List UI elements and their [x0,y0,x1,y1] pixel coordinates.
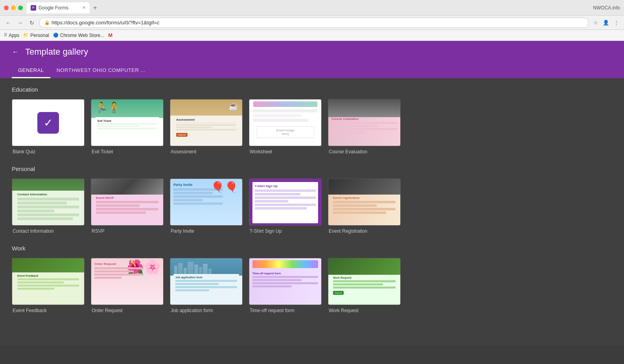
exit-ticket-header: 🏃🧍 [95,101,159,114]
event-reg-label: Event Registration [328,228,401,234]
education-section: Education ✓ Blank Quiz 🏃🧍 Exit Ticket [12,86,612,154]
bookmarks-bar: ⠿ Apps 📁 Personal 🔵 Chrome Web Store... … [0,30,624,41]
city-skyline-icon [170,259,242,276]
rsvp-thumbnail: Event RSVP [91,178,164,226]
assessment-thumbnail: ☕ Assessment Submit [170,99,243,146]
order-request-label: Order Request [91,308,164,313]
template-order-request[interactable]: 🌺🌸 Order Request Order Request [91,258,164,313]
address-bar: ← → ↻ 🔒 https://docs.google.com/forms/u/… [0,16,624,30]
worksheet-header [253,101,317,123]
tab-bar: F Google Forms ✕ + [27,2,593,13]
template-exit-ticket[interactable]: 🏃🧍 Exit Ticket Exit Ticket [91,99,164,154]
job-app-body: Job application form [173,274,239,303]
tabs-navigation: GENERAL NORTHWEST OHIO COMPUTER ... [12,63,612,78]
lock-icon: 🔒 [44,20,50,25]
exit-ticket-label: Exit Ticket [91,149,164,154]
event-feedback-label: Event Feedback [12,308,85,313]
event-reg-thumbnail: Event registration [328,178,401,226]
template-time-off-request[interactable]: Time-off request form Time-off request f… [249,258,322,313]
exit-ticket-content: Exit Ticket [95,117,159,132]
work-templates-grid: Event Feedback Event Feedback 🌺🌸 Order R… [12,258,612,313]
tab-close-button[interactable]: ✕ [82,5,86,10]
time-off-thumbnail: Time-off request form [249,258,322,305]
personal-templates-grid: Contact Information Contact Information [12,178,612,234]
template-contact-information[interactable]: Contact Information Contact Information [12,178,85,234]
education-templates-grid: ✓ Blank Quiz 🏃🧍 Exit Ticket [12,99,612,154]
close-button[interactable] [4,6,9,10]
work-section-title: Work [12,245,612,252]
template-party-invite[interactable]: 🎈🎈 Party Invite Party Invite [170,178,243,234]
template-event-registration[interactable]: Event registration Event Registration [328,178,401,234]
template-event-feedback[interactable]: Event Feedback Event Feedback [12,258,85,313]
chrome-webstore-bookmark[interactable]: 🔵 Chrome Web Store... [53,33,105,38]
tab-northwest-ohio[interactable]: NORTHWEST OHIO COMPUTER ... [50,63,152,78]
chrome-webstore-label: Chrome Web Store... [60,33,105,38]
personal-section-title: Personal [12,165,612,172]
course-eval-thumbnail: Course evaluation [328,99,401,146]
assessment-label: Assessment [170,149,243,154]
event-reg-photo [328,179,400,195]
apps-bookmark[interactable]: ⠿ Apps [4,33,19,38]
main-content: Education ✓ Blank Quiz 🏃🧍 Exit Ticket [0,78,624,346]
party-invite-body: Party Invite [173,183,223,223]
account-icon[interactable]: 👤 [602,19,610,27]
fullscreen-button[interactable] [18,6,23,10]
party-invite-thumbnail: 🎈🎈 Party Invite [170,178,243,226]
time-off-label: Time-off request form [249,308,322,313]
education-section-title: Education [12,86,612,93]
new-tab-button[interactable]: + [90,2,101,13]
url-text: https://docs.google.com/forms/u/0/?ftv=1… [52,20,160,26]
star-icon[interactable]: ☆ [592,19,600,27]
back-arrow-button[interactable]: ← [12,48,19,56]
event-feedback-photo [12,258,84,272]
browser-tab[interactable]: F Google Forms ✕ [27,2,90,13]
tab-general[interactable]: GENERAL [12,63,50,78]
order-request-thumbnail: 🌺🌸 Order Request [91,258,164,305]
work-section: Work Event Feedback Event Feedback [12,245,612,313]
tab-title: Google Forms [39,5,68,11]
template-course-evaluation[interactable]: Course evaluation Course Evaluation [328,99,401,154]
rsvp-label: RSVP [91,228,164,234]
event-feedback-thumbnail: Event Feedback [12,258,85,305]
template-job-application[interactable]: Job application form Job application for… [170,258,243,313]
more-icon[interactable]: ⋮ [612,19,620,27]
forward-nav-button[interactable]: → [16,18,24,27]
work-request-thumbnail: Work Request Submit [328,258,401,305]
url-bar[interactable]: 🔒 https://docs.google.com/forms/u/0/?ftv… [39,18,589,28]
address-bar-icons: ☆ 👤 ⋮ [592,19,620,27]
apps-grid-icon: ⠿ [4,33,7,38]
template-rsvp[interactable]: Event RSVP RSVP [91,178,164,234]
event-reg-body: Event registration [331,195,397,223]
header-top: ← Template gallery [12,47,612,62]
gmail-icon: M [108,32,112,38]
template-worksheet[interactable]: [Insert imagehere] Worksheet [249,99,322,154]
template-assessment[interactable]: ☕ Assessment Submit Assessment [170,99,243,154]
folder-icon: 📁 [23,33,29,38]
browser-chrome: F Google Forms ✕ + NWOCA.info ← → ↻ 🔒 ht… [0,0,624,41]
reload-button[interactable]: ↻ [28,18,36,27]
course-eval-label: Course Evaluation [328,149,401,154]
work-request-body: Work Request Submit [331,275,397,303]
course-eval-photo [328,99,400,117]
template-tshirt-signup[interactable]: T-Shirt Sign Up T-Shirt Sign Up [249,178,322,234]
rsvp-header-image [91,179,163,195]
template-work-request[interactable]: Work Request Submit Work Request [328,258,401,313]
back-nav-button[interactable]: ← [4,18,13,27]
page-title: Template gallery [25,47,88,57]
contact-info-thumbnail: Contact Information [12,178,85,226]
event-feedback-body: Event Feedback [15,272,81,303]
assessment-body: Assessment Submit [174,116,238,144]
contact-info-label: Contact Information [12,228,85,234]
time-off-header [252,260,318,270]
quiz-icon: ✓ [37,112,59,134]
gmail-bookmark[interactable]: M [108,32,112,38]
personal-bookmark[interactable]: 📁 Personal [23,33,49,38]
minimize-button[interactable] [11,6,16,10]
blank-quiz-thumbnail: ✓ [12,99,85,146]
work-request-label: Work Request [328,308,401,313]
coffee-cup-icon: ☕ [228,101,238,111]
worksheet-image-placeholder: [Insert imagehere] [256,126,314,138]
template-blank-quiz[interactable]: ✓ Blank Quiz [12,99,85,154]
apps-label: Apps [9,33,19,38]
browser-info: NWOCA.info [593,5,620,11]
